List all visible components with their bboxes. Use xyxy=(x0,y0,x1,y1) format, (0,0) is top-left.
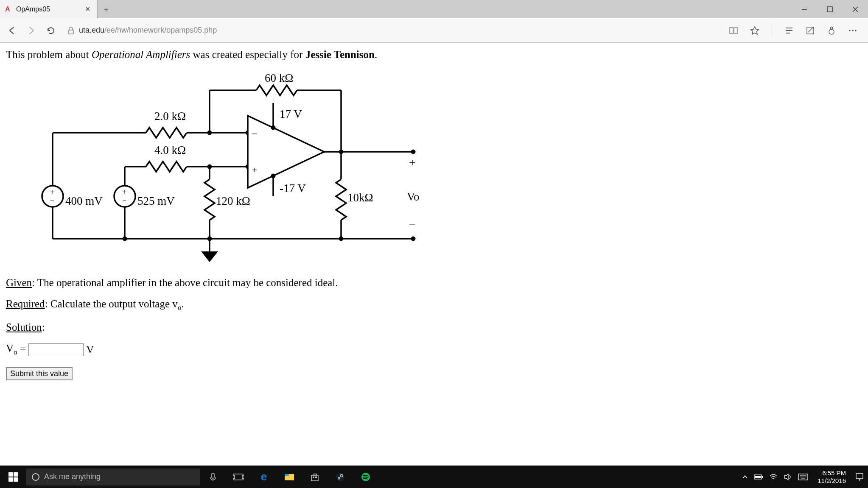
svg-text:−: − xyxy=(409,218,416,231)
window-minimize-button[interactable] xyxy=(792,0,817,18)
tab-close-icon[interactable]: ✕ xyxy=(83,5,92,13)
tray-keyboard-icon[interactable] xyxy=(798,474,808,480)
hub-icon[interactable] xyxy=(783,25,795,36)
svg-point-47 xyxy=(411,237,415,241)
svg-text:−: − xyxy=(122,196,126,205)
tray-battery-icon[interactable] xyxy=(754,474,763,480)
address-bar[interactable]: uta.edu/ee/hw/homework/opamps05.php xyxy=(64,26,720,35)
solution-section: Solution: xyxy=(6,321,862,333)
tab-title: OpAmps05 xyxy=(16,6,80,13)
favorite-star-icon[interactable] xyxy=(749,25,761,36)
svg-rect-68 xyxy=(234,474,243,480)
more-icon[interactable] xyxy=(847,25,859,36)
nav-refresh-button[interactable] xyxy=(45,25,57,36)
svg-rect-73 xyxy=(311,475,318,481)
svg-line-11 xyxy=(808,27,813,32)
svg-point-15 xyxy=(852,30,854,31)
r-ground-label: 120 kΩ xyxy=(216,195,250,207)
cortana-search[interactable]: Ask me anything xyxy=(26,468,200,485)
svg-point-13 xyxy=(831,27,833,29)
url-text: uta.edu/ee/hw/homework/opamps05.php xyxy=(79,26,217,35)
answer-row: Vo = V xyxy=(6,343,862,357)
svg-text:−: − xyxy=(50,196,54,205)
system-tray: 6:55 PM 11/2/2016 xyxy=(738,469,868,485)
svg-rect-62 xyxy=(14,472,18,477)
svg-point-65 xyxy=(32,474,39,480)
page-content: This problem about Operational Amplifier… xyxy=(0,43,868,380)
svg-rect-66 xyxy=(212,473,214,478)
r-load-label: 10kΩ xyxy=(347,191,373,204)
svg-rect-64 xyxy=(14,477,18,482)
svg-point-46 xyxy=(339,237,343,241)
svg-point-12 xyxy=(829,29,834,34)
svg-rect-5 xyxy=(730,28,733,33)
svg-rect-63 xyxy=(8,477,13,482)
tray-chevron-icon[interactable] xyxy=(742,474,748,480)
v-src1-label: 400 mV xyxy=(65,195,103,207)
svg-rect-82 xyxy=(755,476,761,478)
svg-rect-87 xyxy=(856,474,863,479)
svg-point-14 xyxy=(849,30,851,31)
r-in-top-label: 2.0 kΩ xyxy=(154,110,186,123)
svg-point-35 xyxy=(271,174,275,178)
svg-rect-4 xyxy=(68,30,73,34)
share-icon[interactable] xyxy=(826,25,837,36)
cortana-placeholder: Ask me anything xyxy=(44,472,101,481)
tray-wifi-icon[interactable] xyxy=(769,474,778,480)
taskbar: Ask me anything e xyxy=(0,466,868,488)
window-maximize-button[interactable] xyxy=(817,0,843,18)
svg-rect-81 xyxy=(762,476,763,478)
start-button[interactable] xyxy=(0,466,26,488)
svg-marker-60 xyxy=(201,251,218,262)
svg-text:+: + xyxy=(50,188,54,196)
svg-point-38 xyxy=(411,150,415,154)
task-spotify-icon[interactable] xyxy=(353,466,378,488)
v-pos-rail-label: 17 V xyxy=(280,108,302,120)
r-feedback-label: 60 kΩ xyxy=(265,72,293,84)
svg-point-33 xyxy=(271,125,275,130)
svg-rect-75 xyxy=(315,477,317,478)
svg-text:+: + xyxy=(252,165,257,175)
task-steam-icon[interactable] xyxy=(328,466,353,488)
svg-point-76 xyxy=(336,473,344,481)
v-src2-label: 525 mV xyxy=(137,195,175,207)
new-tab-button[interactable]: ＋ xyxy=(98,0,115,18)
task-explorer-icon[interactable] xyxy=(277,466,302,488)
svg-point-23 xyxy=(207,131,212,135)
given-section: Given: The operational amplifier in the … xyxy=(6,277,862,289)
answer-variable: Vo = xyxy=(6,343,26,357)
svg-rect-1 xyxy=(827,7,832,12)
task-store-icon[interactable] xyxy=(302,466,328,488)
window-close-button[interactable] xyxy=(843,0,868,18)
nav-back-button[interactable] xyxy=(6,25,18,36)
v-neg-rail-label: -17 V xyxy=(280,182,306,195)
tab-favicon: A xyxy=(5,6,13,13)
required-section: Required: Calculate the output voltage v… xyxy=(6,298,862,312)
submit-button[interactable]: Submit this value xyxy=(6,367,73,380)
webnote-icon[interactable] xyxy=(804,25,816,36)
svg-text:+: + xyxy=(409,156,416,169)
svg-marker-29 xyxy=(248,116,324,188)
svg-point-16 xyxy=(855,30,857,31)
svg-rect-70 xyxy=(242,475,244,479)
svg-rect-6 xyxy=(734,28,737,33)
r-in-bot-label: 4.0 kΩ xyxy=(154,144,186,156)
svg-text:−: − xyxy=(252,128,257,139)
task-mic-icon[interactable] xyxy=(200,466,226,488)
browser-tab[interactable]: A OpAmps05 ✕ xyxy=(0,0,98,18)
answer-unit: V xyxy=(86,344,94,356)
browser-toolbar: uta.edu/ee/hw/homework/opamps05.php xyxy=(0,18,868,43)
answer-input[interactable] xyxy=(28,343,84,356)
window-titlebar: A OpAmps05 ✕ ＋ xyxy=(0,0,868,18)
tray-volume-icon[interactable] xyxy=(784,473,792,481)
circuit-diagram: 60 kΩ 2.0 kΩ 4.0 kΩ − + 17 V xyxy=(27,69,862,264)
tray-clock[interactable]: 6:55 PM 11/2/2016 xyxy=(814,469,849,485)
problem-intro: This problem about Operational Amplifier… xyxy=(6,49,862,61)
nav-forward-button[interactable] xyxy=(25,25,37,36)
task-edge-icon[interactable]: e xyxy=(251,466,277,488)
task-view-icon[interactable] xyxy=(226,466,251,488)
vo-label: Vo xyxy=(407,190,420,203)
svg-rect-69 xyxy=(233,475,235,479)
reading-view-icon[interactable] xyxy=(728,25,739,36)
tray-notifications-icon[interactable] xyxy=(855,473,864,481)
